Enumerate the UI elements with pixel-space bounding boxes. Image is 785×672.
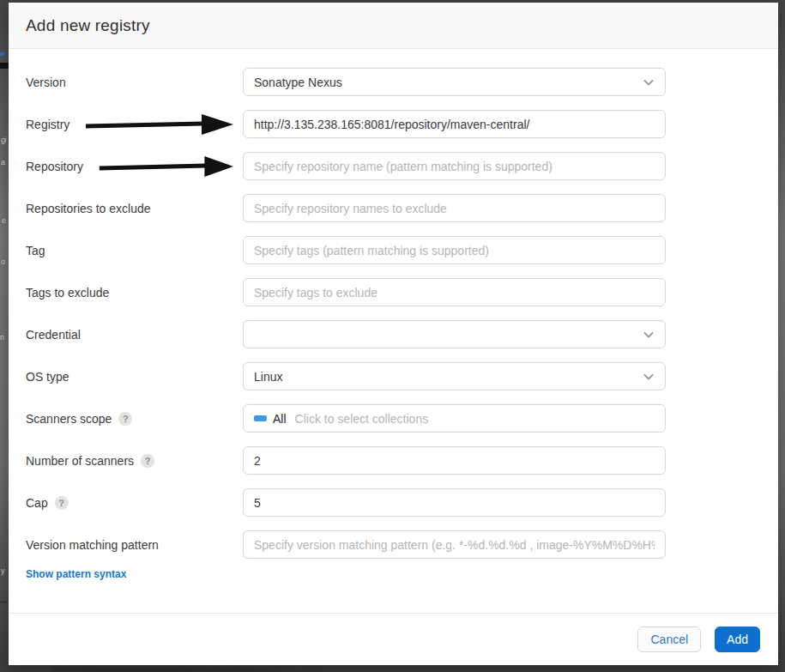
field-control <box>243 320 666 348</box>
background-fragment: n <box>0 333 4 342</box>
background-text-blur <box>51 665 343 672</box>
select-value: Sonatype Nexus <box>254 76 636 89</box>
cancel-button[interactable]: Cancel <box>637 627 701 652</box>
field-label: Repositories to exclude <box>26 202 243 215</box>
field-label: OS type <box>26 370 243 384</box>
field-label: Credential <box>26 328 243 342</box>
field-label: Repository <box>26 160 243 173</box>
form-row: Tag <box>26 236 761 264</box>
text-input[interactable] <box>243 278 666 306</box>
field-label-text: Registry <box>26 118 69 131</box>
field-label-text: Version matching pattern <box>26 538 159 552</box>
field-label-text: Number of scanners <box>26 454 134 468</box>
form-row: Repositories to exclude <box>26 194 761 222</box>
field-control: All Click to select collections <box>243 404 666 433</box>
field-label-text: Credential <box>26 328 81 342</box>
field-control: Linux <box>243 362 666 390</box>
background-fragment: e <box>2 216 6 225</box>
field-control <box>243 236 666 264</box>
field-control: Sonatype Nexus <box>243 68 666 96</box>
dialog-title: Add new registry <box>26 16 150 35</box>
field-label: Cap ? <box>26 496 243 510</box>
field-label-text: Version <box>26 76 66 89</box>
field-label: Number of scanners ? <box>26 454 243 468</box>
form-row: Cap ? <box>26 488 761 517</box>
field-control <box>243 152 666 180</box>
text-input[interactable] <box>243 110 666 138</box>
show-pattern-syntax-link[interactable]: Show pattern syntax <box>26 568 126 580</box>
field-label: Version matching pattern <box>26 538 243 552</box>
select-input[interactable]: Sonatype Nexus <box>243 68 666 96</box>
form-row: Repository <box>26 152 761 180</box>
field-control <box>243 530 666 559</box>
help-icon[interactable]: ? <box>55 496 69 510</box>
background-fragment: y <box>1 566 4 575</box>
form-row: Scanners scope ? All Click to select col… <box>26 404 761 433</box>
collection-tag-icon <box>254 415 267 421</box>
text-input[interactable] <box>243 530 666 559</box>
select-input[interactable] <box>243 320 666 348</box>
chevron-down-icon <box>643 371 655 383</box>
field-control <box>243 488 666 517</box>
field-label: Version <box>26 76 243 89</box>
dialog-header: Add new registry <box>9 3 778 49</box>
background-dark-mark <box>0 601 8 603</box>
help-icon[interactable]: ? <box>118 412 132 426</box>
form-row: Credential <box>26 320 761 348</box>
form-row: OS type Linux <box>26 362 761 390</box>
chevron-down-icon <box>643 76 655 88</box>
field-label: Registry <box>26 118 243 131</box>
field-label-text: Repository <box>26 160 83 173</box>
select-value: Linux <box>254 370 636 384</box>
chevron-down-icon <box>643 329 655 341</box>
dialog-footer: Cancel Add <box>9 613 778 665</box>
background-fragment: o <box>1 257 5 266</box>
field-control <box>243 278 666 306</box>
form-row: Tags to exclude <box>26 278 761 306</box>
field-label-text: OS type <box>26 370 69 384</box>
field-control <box>243 446 666 475</box>
form-row: Version matching pattern <box>26 530 761 559</box>
scope-placeholder: Click to select collections <box>295 412 429 426</box>
field-label-text: Repositories to exclude <box>26 202 151 215</box>
field-control <box>243 110 666 138</box>
text-input[interactable] <box>243 488 666 517</box>
background-black-mark <box>0 63 9 69</box>
add-registry-dialog: Add new registry Version Sonatype Nexus … <box>9 3 778 665</box>
text-input[interactable] <box>243 152 666 180</box>
scope-input[interactable]: All Click to select collections <box>243 404 666 433</box>
form-row: Number of scanners ? <box>26 446 761 475</box>
scope-tag-label: All <box>273 412 287 426</box>
help-icon[interactable]: ? <box>141 454 154 468</box>
field-label-text: Tag <box>26 244 45 257</box>
field-label-text: Tags to exclude <box>26 286 109 300</box>
select-input[interactable]: Linux <box>243 362 666 390</box>
form-row: Version Sonatype Nexus <box>26 68 761 96</box>
field-label: Scanners scope ? <box>26 412 243 426</box>
background-fragment: gi <box>1 136 6 144</box>
form-row: Registry <box>26 110 761 138</box>
text-input[interactable] <box>243 446 666 475</box>
text-input[interactable] <box>243 236 666 264</box>
field-label-text: Scanners scope <box>26 412 112 426</box>
text-input[interactable] <box>243 194 666 222</box>
field-label: Tag <box>26 244 243 257</box>
field-label: Tags to exclude <box>26 286 243 300</box>
add-button[interactable]: Add <box>715 627 760 652</box>
background-fragment: a <box>1 158 5 166</box>
field-label-text: Cap <box>26 496 48 510</box>
background-blue-mark <box>0 52 4 56</box>
dialog-form: Version Sonatype Nexus Registry <box>9 49 778 613</box>
field-control <box>243 194 666 222</box>
